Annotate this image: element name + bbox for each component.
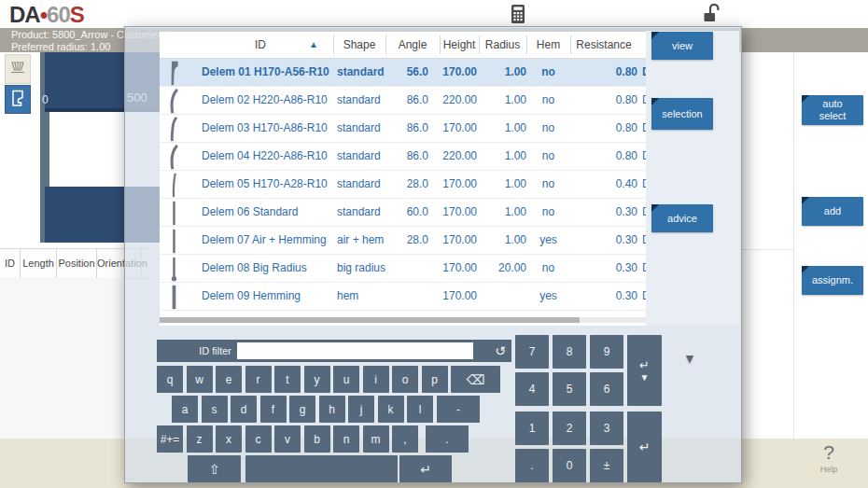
logo-model: 60 <box>47 2 70 27</box>
space-key[interactable] <box>245 455 398 482</box>
cell-hem: no <box>526 171 570 198</box>
column-header-shape[interactable]: Shape <box>333 32 385 58</box>
key-s[interactable]: s <box>202 396 228 423</box>
cell-resistance: 0.80 <box>570 115 637 142</box>
cell-shape: standard <box>337 199 385 226</box>
key-x[interactable]: x <box>216 425 242 453</box>
punch-tool-button[interactable] <box>5 85 31 114</box>
punch-thick <box>167 285 181 313</box>
die-tool-button[interactable] <box>5 54 31 84</box>
dialog-button-strip <box>646 31 739 326</box>
key-e[interactable]: e <box>216 366 242 393</box>
key-,[interactable]: , <box>392 425 418 453</box>
calculator-icon[interactable] <box>511 4 525 28</box>
key-z[interactable]: z <box>187 425 213 453</box>
table-row[interactable]: Delem 06 Standardstandard60.0170.001.00n… <box>160 199 646 227</box>
enter-key[interactable]: ↵ <box>399 455 452 482</box>
add-button[interactable]: add <box>802 197 863 226</box>
column-header-angle[interactable]: Angle <box>385 32 440 58</box>
numpad-key-5[interactable]: 5 <box>553 372 586 406</box>
numpad-key-1[interactable]: 1 <box>515 411 549 445</box>
key-period[interactable]: . <box>426 425 469 453</box>
key-i[interactable]: i <box>363 366 389 393</box>
auto-select-button[interactable]: auto select <box>802 95 863 125</box>
column-header-radius[interactable]: Radius <box>479 32 526 58</box>
top-bar: DA•60S <box>0 0 868 28</box>
key-d[interactable]: d <box>231 396 257 423</box>
key-g[interactable]: g <box>289 396 315 423</box>
key-p[interactable]: p <box>422 366 448 393</box>
id-filter-input[interactable] <box>237 342 473 359</box>
cell-angle: 28.0 <box>385 227 428 254</box>
cell-resistance: 0.30 <box>570 227 637 254</box>
enter-icon: ↵ <box>639 439 651 454</box>
key-dash[interactable]: - <box>437 396 480 423</box>
key-t[interactable]: t <box>274 366 301 393</box>
backspace-key[interactable]: ⌫ <box>451 366 500 393</box>
column-header-resistance[interactable]: Resistance <box>570 32 637 58</box>
numpad-key-±[interactable]: ± <box>590 449 623 482</box>
assignment-button[interactable]: assignm. <box>802 266 863 295</box>
cell-extra: D <box>642 283 646 310</box>
table-row[interactable]: Delem 07 Air + Hemmingair + hem28.0170.0… <box>160 227 646 255</box>
numpad-key-3[interactable]: 3 <box>590 411 623 445</box>
key-n[interactable]: n <box>333 425 359 453</box>
table-row[interactable]: Delem 01 H170-A56-R10standard56.0170.001… <box>160 59 646 87</box>
table-row[interactable]: Delem 04 H220-A86-R10standard86.0220.001… <box>160 143 646 171</box>
screen: DA•60S Product: 5800_Arrow - Customer 8 … <box>0 0 868 488</box>
numpad-key-7[interactable]: 7 <box>515 335 549 369</box>
selection-button[interactable]: selection <box>651 98 713 130</box>
key-q[interactable]: q <box>157 366 183 393</box>
table-row[interactable]: Delem 08 Big Radiusbig radius170.0020.00… <box>160 255 646 283</box>
advice-button[interactable]: advice <box>651 204 713 232</box>
enter-next-key[interactable]: ↵▼ <box>627 335 662 406</box>
tab-id[interactable]: ID <box>0 249 21 278</box>
numpad-key-2[interactable]: 2 <box>553 411 586 445</box>
table-row[interactable]: Delem 09 Hemminghem170.00yes0.30D <box>160 283 646 311</box>
filter-reset-icon[interactable]: ↺ <box>489 340 511 362</box>
key-f[interactable]: f <box>260 396 287 423</box>
key-y[interactable]: y <box>304 366 330 393</box>
numpad-key-4[interactable]: 4 <box>515 372 549 406</box>
key-k[interactable]: k <box>378 396 404 423</box>
table-row[interactable]: Delem 05 H170-A28-R10standard28.0170.001… <box>160 171 646 199</box>
cell-height: 170.00 <box>440 199 477 226</box>
key-j[interactable]: j <box>348 396 374 423</box>
key-r[interactable]: r <box>245 366 272 393</box>
cell-radius: 1.00 <box>479 59 526 86</box>
key-a[interactable]: a <box>172 396 198 423</box>
table-row[interactable]: Delem 02 H220-A86-R10standard86.0220.001… <box>160 87 646 115</box>
da60s-logo: DA•60S <box>9 2 84 28</box>
unlock-icon[interactable] <box>702 2 722 28</box>
key-o[interactable]: o <box>392 366 418 393</box>
column-header-height[interactable]: Height <box>440 32 479 58</box>
key-w[interactable]: w <box>187 366 213 393</box>
view-button[interactable]: view <box>651 32 713 60</box>
collapse-keyboard-icon[interactable]: ▼ <box>683 351 696 366</box>
numpad-key-8[interactable]: 8 <box>553 335 586 369</box>
shift-key[interactable]: ⇧ <box>188 455 241 482</box>
cell-id: Delem 09 Hemming <box>202 283 332 310</box>
header-separator <box>570 35 571 54</box>
tab-position[interactable]: Position <box>57 249 97 278</box>
key-b[interactable]: b <box>304 425 330 453</box>
key-h[interactable]: h <box>319 396 345 423</box>
column-header-hem[interactable]: Hem <box>526 32 570 58</box>
key-c[interactable]: c <box>245 425 272 453</box>
sort-ascending-icon[interactable]: ▲ <box>309 32 318 58</box>
numpad-key-0[interactable]: 0 <box>553 449 586 482</box>
help-button[interactable]: ? Help <box>803 442 855 474</box>
tab-length[interactable]: Length <box>21 249 57 278</box>
horizontal-scrollbar-handle[interactable] <box>160 317 580 323</box>
numpad-enter-key[interactable]: ↵ <box>627 411 662 482</box>
table-row[interactable]: Delem 03 H170-A86-R10standard86.0170.001… <box>160 115 646 143</box>
key-v[interactable]: v <box>274 425 301 453</box>
numpad-key-.[interactable]: . <box>515 449 549 482</box>
numpad-key-9[interactable]: 9 <box>590 335 623 369</box>
cell-shape: standard <box>337 59 385 86</box>
key-u[interactable]: u <box>333 366 359 393</box>
numpad-key-6[interactable]: 6 <box>590 372 623 406</box>
symbols-key[interactable]: #+= <box>157 425 183 453</box>
key-l[interactable]: l <box>407 396 433 423</box>
key-m[interactable]: m <box>363 425 389 453</box>
